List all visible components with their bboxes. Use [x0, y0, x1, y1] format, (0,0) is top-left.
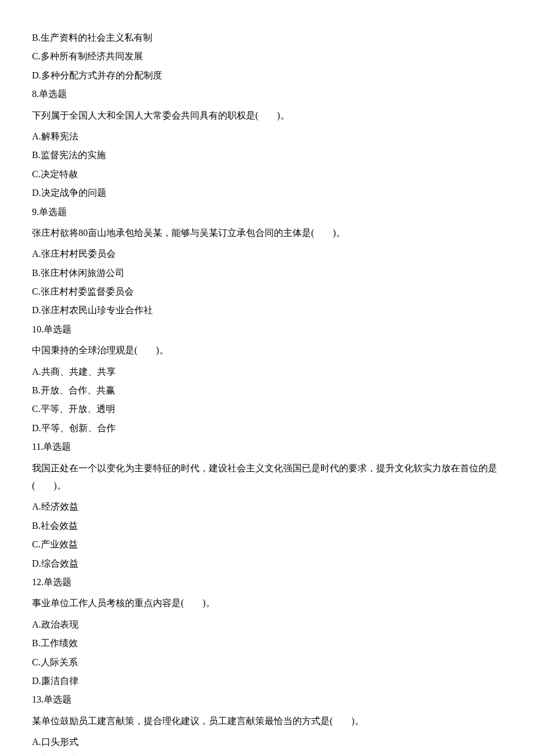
option-text: D.多种分配方式并存的分配制度 [32, 67, 503, 84]
option-text: B.张庄村休闲旅游公司 [32, 264, 503, 282]
option-text: C.人际关系 [32, 654, 503, 671]
question-stem: 事业单位工作人员考核的重点内容是( )。 [32, 594, 503, 612]
question-stem: 我国正处在一个以变化为主要特征的时代，建设社会主义文化强国已是时代的要求，提升文… [32, 460, 503, 495]
question-header: 13.单选题 [32, 691, 503, 708]
option-text: A.共商、共建、共享 [32, 363, 503, 381]
option-text: A.口头形式 [32, 733, 503, 751]
question-header: 10.单选题 [32, 321, 503, 338]
option-text: A.经济效益 [32, 498, 503, 515]
option-text: C.决定特赦 [32, 166, 503, 183]
option-text: D.平等、创新、合作 [32, 420, 503, 437]
option-text: D.决定战争的问题 [32, 184, 503, 202]
question-stem: 中国秉持的全球治理观是( )。 [32, 342, 503, 359]
option-text: B.监督宪法的实施 [32, 146, 503, 164]
option-text: A.政治表现 [32, 616, 503, 633]
option-text: C.平等、开放、透明 [32, 400, 503, 418]
option-text: B.书面形式 [32, 752, 503, 756]
option-text: D.张庄村农民山珍专业合作社 [32, 302, 503, 319]
option-text: A.解释宪法 [32, 128, 503, 145]
question-header: 12.单选题 [32, 574, 503, 591]
option-text: B.工作绩效 [32, 635, 503, 652]
question-header: 11.单选题 [32, 438, 503, 456]
option-text: B.社会效益 [32, 517, 503, 535]
question-header: 9.单选题 [32, 203, 503, 221]
option-text: D.综合效益 [32, 555, 503, 572]
option-text: B.生产资料的社会主义私有制 [32, 29, 503, 46]
option-text: A.张庄村村民委员会 [32, 245, 503, 263]
question-stem: 下列属于全国人大和全国人大常委会共同具有的职权是( )。 [32, 107, 503, 124]
option-text: B.开放、合作、共赢 [32, 382, 503, 399]
option-text: C.张庄村村委监督委员会 [32, 283, 503, 300]
question-header: 8.单选题 [32, 85, 503, 103]
question-stem: 某单位鼓励员工建言献策，提合理化建议，员工建言献策最恰当的方式是( )。 [32, 712, 503, 730]
option-text: C.产业效益 [32, 536, 503, 553]
option-text: D.廉洁自律 [32, 672, 503, 690]
option-text: C.多种所有制经济共同发展 [32, 48, 503, 65]
question-stem: 张庄村欲将80亩山地承包给吴某，能够与吴某订立承包合同的主体是( )。 [32, 224, 503, 242]
